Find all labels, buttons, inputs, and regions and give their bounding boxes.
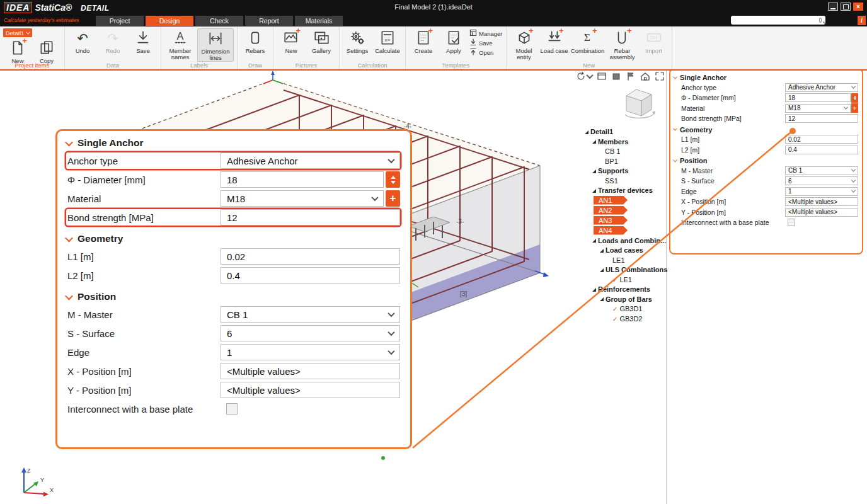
viewport-window-button[interactable]	[597, 71, 607, 81]
rebar-assembly-button[interactable]: + Rebar assembly	[607, 28, 638, 60]
add-material-button[interactable]: +	[851, 103, 858, 113]
dropdown[interactable]: 6	[221, 325, 400, 341]
spinner-buttons[interactable]	[386, 171, 400, 188]
load-case-button[interactable]: + Load case	[540, 28, 569, 54]
tree-item[interactable]: BP1	[583, 157, 665, 166]
text-input[interactable]: 12	[221, 209, 400, 226]
search-input[interactable]	[733, 16, 819, 25]
text-input[interactable]: 0.02	[221, 248, 400, 265]
expander-icon[interactable]	[592, 189, 596, 193]
spin-up-icon[interactable]	[854, 96, 856, 98]
text-input[interactable]: 0.4	[785, 146, 858, 154]
expander-icon[interactable]	[592, 140, 596, 144]
undo-button[interactable]: ↶ Undo	[68, 28, 97, 54]
tree-item[interactable]: Transfer devices	[583, 186, 665, 195]
text-input[interactable]: 0.02	[785, 135, 858, 144]
section-header[interactable]: Single Anchor	[674, 74, 858, 81]
spin-down-icon[interactable]	[854, 98, 856, 100]
detail-selector[interactable]: Detail1	[3, 28, 32, 37]
tab-design[interactable]: Design	[146, 16, 193, 26]
dropdown[interactable]: Adhesive Anchor	[785, 83, 858, 92]
tree-item[interactable]: CB 1	[583, 147, 665, 156]
dropdown[interactable]: 1	[785, 187, 858, 196]
tree-item[interactable]: AN1	[594, 196, 628, 205]
tree-item[interactable]: ✓GB3D2	[583, 314, 665, 324]
text-input[interactable]: 18	[785, 93, 851, 102]
template-manager-button[interactable]: Manager	[469, 30, 503, 37]
expander-icon[interactable]	[592, 288, 596, 292]
spinner-buttons[interactable]	[851, 93, 858, 103]
tree-item[interactable]: Load cases	[583, 246, 665, 255]
tree-item[interactable]: Group of Bars	[583, 295, 665, 304]
tab-materials[interactable]: Materials	[295, 16, 343, 26]
new-picture-button[interactable]: + New	[277, 28, 306, 54]
home-view-button[interactable]	[640, 71, 650, 81]
section-header[interactable]: Single Anchor	[66, 137, 401, 149]
section-header[interactable]: Position	[674, 157, 858, 164]
solid-view-button[interactable]	[611, 71, 621, 81]
section-header[interactable]: Geometry	[674, 126, 858, 134]
tree-item[interactable]: AN3	[594, 216, 628, 225]
tab-check[interactable]: Check	[195, 16, 243, 26]
tree-item[interactable]: Supports	[583, 166, 665, 176]
text-input[interactable]: <Multiple values>	[785, 197, 858, 206]
save-button[interactable]: Save	[129, 28, 158, 54]
dropdown[interactable]: CB 1	[221, 306, 400, 323]
dropdown[interactable]: 6	[785, 176, 858, 185]
navigation-cube[interactable]	[620, 81, 660, 123]
model-entity-button[interactable]: + Model entity	[510, 28, 539, 60]
dropdown[interactable]: M18	[785, 104, 851, 113]
expander-icon[interactable]	[592, 239, 596, 243]
tree-item[interactable]: LE1	[583, 256, 665, 265]
close-button[interactable]: ×	[853, 3, 863, 11]
gallery-button[interactable]: Gallery	[307, 28, 336, 54]
tree-item[interactable]: Members	[583, 137, 665, 147]
checkbox[interactable]	[788, 219, 795, 226]
clipping-flag-button[interactable]	[626, 71, 636, 81]
tree-item[interactable]: Detail1	[583, 127, 665, 137]
tree-item[interactable]: Loads and Combin...	[583, 236, 665, 246]
dropdown[interactable]: 1	[221, 344, 400, 360]
tree-item[interactable]: AN4	[594, 226, 628, 235]
tree-item[interactable]: ✓GB3D1	[583, 304, 665, 314]
expander-icon[interactable]	[600, 297, 604, 301]
maximize-button[interactable]	[841, 3, 851, 11]
new-project-item-button[interactable]: + New	[3, 38, 32, 64]
expander-icon[interactable]	[600, 249, 604, 253]
section-header[interactable]: Position	[66, 291, 401, 302]
expander-icon[interactable]	[600, 268, 604, 272]
text-input[interactable]: <Multiple values>	[785, 208, 858, 217]
spin-up-icon[interactable]	[391, 176, 396, 179]
text-input[interactable]: <Multiple values>	[221, 363, 400, 379]
template-open-button[interactable]: Open	[469, 49, 503, 56]
zoom-fit-button[interactable]	[655, 71, 665, 81]
text-input[interactable]: <Multiple values>	[221, 382, 400, 398]
section-header[interactable]: Geometry	[66, 233, 401, 244]
apply-template-button[interactable]: Apply	[439, 28, 468, 54]
add-material-button[interactable]: +	[386, 190, 400, 207]
text-input[interactable]: 18	[221, 171, 384, 188]
spin-down-icon[interactable]	[391, 181, 396, 184]
tree-item[interactable]: SS1	[583, 176, 665, 186]
tab-project[interactable]: Project	[96, 16, 144, 26]
minimize-button[interactable]	[828, 3, 838, 11]
dropdown[interactable]: M18	[221, 190, 384, 207]
dimension-lines-button[interactable]: Dimension lines	[197, 28, 234, 62]
expander-icon[interactable]	[585, 130, 589, 134]
checkbox[interactable]	[226, 403, 238, 415]
info-button[interactable]: i	[858, 16, 866, 25]
text-input[interactable]: 12	[785, 114, 858, 123]
member-names-button[interactable]: A Member names	[164, 28, 196, 60]
view-rotate-button[interactable]	[576, 71, 592, 81]
tree-item[interactable]: Reinforcements	[583, 285, 665, 294]
settings-button[interactable]: Settings	[343, 28, 372, 54]
rebars-button[interactable]: Rebars	[241, 28, 270, 54]
expander-icon[interactable]	[592, 169, 596, 173]
tree-item[interactable]: AN2	[594, 206, 628, 215]
dropdown[interactable]: Adhesive Anchor	[221, 152, 400, 169]
tab-report[interactable]: Report	[245, 16, 293, 26]
search-icon[interactable]	[819, 18, 822, 23]
create-template-button[interactable]: + Create	[409, 28, 438, 54]
dropdown[interactable]: CB 1	[785, 166, 858, 175]
tree-item[interactable]: ULS Combinations	[583, 265, 665, 275]
